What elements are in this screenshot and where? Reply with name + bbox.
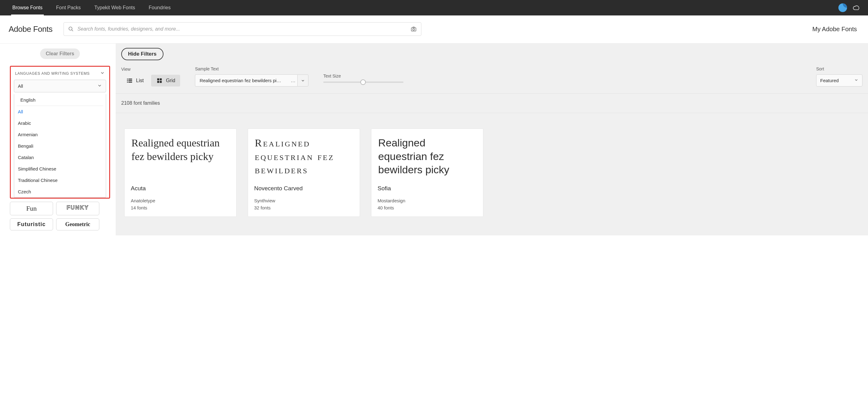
sample-text-dropdown-button[interactable] [297, 75, 308, 86]
font-count: 32 fonts [254, 205, 353, 210]
font-preview: Realigned equestrian fez bewilders picky [378, 136, 476, 177]
view-list-label: List [136, 78, 144, 83]
profile-avatar[interactable] [838, 3, 847, 12]
font-cards: Realigned equestrian fez bewilders picky… [116, 113, 868, 223]
tag-futuristic[interactable]: Futuristic [10, 218, 53, 230]
language-select[interactable]: All [14, 80, 106, 92]
creative-cloud-icon[interactable] [852, 4, 861, 12]
font-card[interactable]: Realigned equestrian fez bewilders picky… [124, 129, 237, 217]
language-dropdown: English All Arabic Armenian Bengali Cata… [14, 94, 106, 198]
chevron-down-icon [97, 83, 102, 89]
view-label: View [121, 67, 180, 72]
text-size-control: Text Size [323, 74, 403, 86]
tab-font-packs[interactable]: Font Packs [49, 0, 88, 16]
logo[interactable]: Adobe Fonts [9, 24, 53, 34]
chevron-down-icon [854, 78, 859, 83]
font-foundry: Anatoletype [131, 198, 230, 203]
language-option-simplified-chinese[interactable]: Simplified Chinese [14, 163, 106, 174]
svg-line-1 [71, 30, 73, 31]
view-control: View List Grid [121, 67, 180, 86]
list-icon [126, 77, 133, 84]
tab-label: Typekit Web Fonts [94, 5, 135, 10]
sample-text-label: Sample Text [195, 66, 308, 72]
tag-funky[interactable]: FUNKY [56, 202, 99, 215]
tab-label: Font Packs [56, 5, 81, 10]
sidebar: Clear Filters LANGUAGES AND WRITING SYST… [0, 44, 116, 235]
font-title: Novecento Carved [254, 185, 353, 192]
language-option-czech[interactable]: Czech [14, 186, 106, 197]
controls-row: View List Grid [116, 64, 868, 93]
svg-rect-11 [160, 79, 162, 80]
svg-rect-10 [157, 79, 159, 80]
chevron-down-icon [100, 70, 105, 77]
content: Hide Filters View List Gri [116, 44, 868, 235]
slider-knob[interactable] [360, 79, 366, 85]
font-card[interactable]: Realigned equestrian fez bewilders picky… [371, 129, 483, 217]
font-card[interactable]: Realigned equestrian fez bewilders Novec… [248, 129, 360, 217]
text-size-slider[interactable] [323, 82, 403, 83]
font-foundry: Synthview [254, 198, 353, 203]
tab-foundries[interactable]: Foundries [142, 0, 177, 16]
search-bar[interactable] [64, 22, 421, 36]
language-selected-value: All [18, 83, 23, 89]
svg-rect-6 [127, 82, 128, 83]
language-dropdown-search[interactable]: English [17, 94, 103, 106]
sort-control: Sort Featured [816, 66, 863, 86]
font-title: Sofia [377, 185, 477, 192]
svg-rect-4 [127, 79, 128, 80]
svg-rect-13 [160, 81, 162, 83]
search-input[interactable] [78, 26, 407, 32]
results-count: 2108 font families [116, 93, 868, 113]
language-section-header[interactable]: LANGUAGES AND WRITING SYSTEMS [14, 70, 106, 77]
camera-icon[interactable] [410, 26, 417, 32]
view-grid-button[interactable]: Grid [151, 75, 180, 86]
font-title: Acuta [131, 185, 230, 192]
language-option-bengali[interactable]: Bengali [14, 140, 106, 152]
language-option-arabic[interactable]: Arabic [14, 117, 106, 129]
top-navbar: Browse Fonts Font Packs Typekit Web Font… [0, 0, 868, 16]
language-section-title: LANGUAGES AND WRITING SYSTEMS [15, 72, 90, 76]
sort-label: Sort [816, 66, 863, 72]
tab-label: Foundries [149, 5, 170, 10]
font-preview: Realigned equestrian fez bewilders picky [131, 136, 229, 163]
svg-rect-12 [157, 81, 159, 83]
svg-rect-2 [411, 28, 416, 31]
language-option-armenian[interactable]: Armenian [14, 129, 106, 140]
font-count: 14 fonts [131, 205, 230, 210]
svg-rect-7 [128, 79, 132, 80]
svg-point-3 [413, 28, 414, 30]
tab-typekit-web-fonts[interactable]: Typekit Web Fonts [88, 0, 142, 16]
subheader: Adobe Fonts My Adobe Fonts [0, 16, 868, 44]
svg-rect-8 [128, 80, 132, 81]
text-size-label: Text Size [323, 74, 403, 79]
svg-rect-9 [128, 82, 132, 83]
tag-grid: Fun FUNKY Futuristic Geometric [10, 202, 110, 230]
svg-rect-5 [127, 80, 128, 81]
tag-geometric[interactable]: Geometric [56, 218, 99, 230]
clear-filters-button[interactable]: Clear Filters [40, 49, 80, 59]
tag-fun[interactable]: Fun [10, 202, 53, 215]
search-icon [68, 26, 74, 32]
topbar-tabs: Browse Fonts Font Packs Typekit Web Font… [5, 0, 177, 16]
language-option-traditional-chinese[interactable]: Traditional Chinese [14, 174, 106, 186]
grid-icon [156, 77, 163, 84]
hide-filters-button[interactable]: Hide Filters [121, 48, 163, 60]
font-foundry: Mostardesign [377, 198, 477, 203]
view-grid-label: Grid [166, 78, 175, 83]
view-list-button[interactable]: List [121, 75, 149, 86]
sample-text-control: Sample Text Realigned equestrian fez bew… [195, 66, 308, 86]
font-preview: Realigned equestrian fez bewilders [255, 136, 353, 177]
svg-point-0 [69, 27, 72, 30]
tab-label: Browse Fonts [12, 5, 42, 10]
topbar-right [838, 0, 863, 16]
sort-value: Featured [820, 78, 839, 83]
sort-select[interactable]: Featured [816, 75, 863, 86]
language-option-all[interactable]: All [14, 106, 106, 117]
sample-text-value[interactable]: Realigned equestrian fez bewilders picky [195, 75, 287, 86]
language-option-catalan[interactable]: Catalan [14, 152, 106, 163]
tab-browse-fonts[interactable]: Browse Fonts [5, 0, 49, 16]
language-filter-highlight: LANGUAGES AND WRITING SYSTEMS All Englis… [10, 66, 110, 199]
my-adobe-fonts-link[interactable]: My Adobe Fonts [812, 26, 859, 33]
font-count: 40 fonts [377, 205, 477, 210]
active-tab-indicator [11, 15, 44, 16]
